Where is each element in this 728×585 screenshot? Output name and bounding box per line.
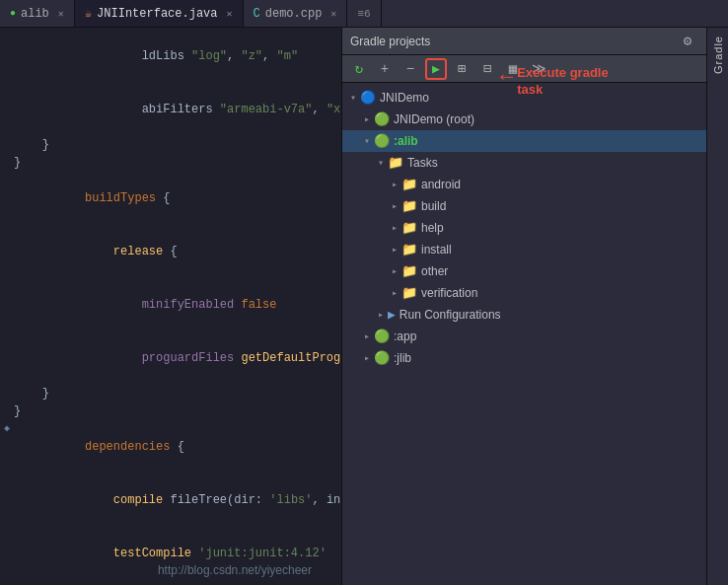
tab-jni-interface[interactable]: ☕ JNIInterface.java ✕	[75, 0, 244, 27]
tab-bar: ● alib ✕ ☕ JNIInterface.java ✕ C demo.cp…	[0, 0, 728, 28]
tree-item-app[interactable]: ▸ 🟢 :app	[342, 326, 706, 347]
tree-item-jnidemo-root[interactable]: ▸ 🟢 JNIDemo (root)	[342, 109, 706, 130]
gradle-sidebar: Gradle projects ⚙ ↻ + − ▶ ⊞ ⊟ ▦ ≫ ← Exec…	[341, 28, 706, 585]
gradle-vertical-label: Gradle	[712, 28, 724, 82]
tree-item-install[interactable]: ▸ 📁 install	[342, 239, 706, 260]
alib-module-icon: 🟢	[374, 133, 390, 149]
android-label: android	[421, 178, 461, 191]
tab-alib-label: alib	[21, 7, 49, 21]
code-line: }	[0, 154, 341, 172]
tree-view[interactable]: ▾ 🔵 JNIDemo ▸ 🟢 JNIDemo (root) ▾ 🟢 :alib…	[342, 83, 706, 585]
tab-demo-cpp[interactable]: C demo.cpp ✕	[244, 0, 348, 27]
tree-item-other[interactable]: ▸ 📁 other	[342, 260, 706, 282]
tab-alib-close[interactable]: ✕	[58, 8, 64, 20]
tab-jni-label: JNIInterface.java	[97, 7, 217, 21]
right-label-panel: Gradle	[706, 28, 728, 585]
line-marker: ◈	[0, 420, 14, 438]
run-configs-icon: ▶	[388, 307, 396, 323]
tab-demo-label: demo.cpp	[265, 7, 323, 21]
line-content: testCompile 'junit:junit:4.12'	[14, 527, 341, 580]
minus-btn[interactable]: −	[400, 58, 421, 80]
code-line: minifyEnabled false	[0, 278, 341, 331]
alib-icon: ●	[10, 8, 16, 19]
android-folder-icon: 📁	[401, 177, 417, 192]
tab-eq-label: ≡6	[357, 8, 370, 20]
tree-item-build[interactable]: ▸ 📁 build	[342, 195, 706, 217]
code-line: release {	[0, 225, 341, 278]
tasks-icon: 📁	[388, 155, 403, 171]
code-line: proguardFiles getDefaultProguardFil	[0, 331, 341, 385]
gradle-toolbar-row: ↻ + − ▶ ⊞ ⊟ ▦ ≫	[342, 55, 706, 83]
line-content: buildTypes {	[14, 172, 341, 225]
line-content: minifyEnabled false	[14, 278, 341, 331]
tree-arrow: ▸	[374, 309, 388, 321]
code-line: abiFilters "armeabi-v7a", "x86"	[0, 83, 341, 136]
tree-item-help[interactable]: ▸ 📁 help	[342, 217, 706, 239]
add-btn[interactable]: +	[374, 58, 396, 80]
app-module-icon: 🟢	[374, 329, 390, 344]
tree-arrow: ▸	[388, 222, 401, 234]
code-line: }	[0, 402, 341, 420]
refresh-btn[interactable]: ↻	[348, 58, 370, 80]
tree-arrow: ▸	[388, 265, 401, 277]
tree-arrow: ▾	[360, 135, 374, 147]
cpp-icon: C	[254, 7, 260, 21]
line-content: }	[14, 136, 341, 154]
line-content: }	[14, 385, 341, 402]
tab-jni-close[interactable]: ✕	[227, 8, 233, 20]
code-line: }	[0, 385, 341, 402]
tree-arrow: ▸	[360, 113, 374, 125]
tree-arrow: ▸	[360, 330, 374, 342]
line-content: release {	[14, 225, 341, 278]
code-line: }	[0, 136, 341, 154]
settings-btn[interactable]: ⚙	[677, 31, 698, 52]
install-label: install	[421, 243, 452, 256]
tree-arrow: ▾	[346, 92, 360, 104]
tab-alib[interactable]: ● alib ✕	[0, 0, 75, 27]
tree-item-alib[interactable]: ▾ 🟢 :alib	[342, 130, 706, 152]
tree-item-android[interactable]: ▸ 📁 android	[342, 174, 706, 195]
tab-demo-close[interactable]: ✕	[330, 8, 336, 20]
jnidemo-icon: 🔵	[360, 90, 376, 106]
line-content: }	[14, 154, 341, 172]
code-line: ◈ dependencies {	[0, 420, 341, 474]
code-line: buildTypes {	[0, 172, 341, 225]
collapse-all-btn[interactable]: ⊟	[476, 58, 498, 80]
verification-folder-icon: 📁	[401, 285, 417, 301]
line-content: dependencies {	[14, 420, 341, 474]
java-icon: ☕	[85, 6, 92, 21]
jlib-label: :jlib	[394, 351, 411, 365]
more-btn[interactable]: ≫	[528, 58, 549, 80]
execute-gradle-btn[interactable]: ▶	[425, 58, 447, 80]
tree-item-run-configs[interactable]: ▸ ▶ Run Configurations	[342, 304, 706, 326]
main-content: ldLibs "log", "z", "m" abiFilters "armea…	[0, 28, 728, 585]
tree-arrow: ▸	[388, 287, 401, 299]
other-label: other	[421, 264, 448, 278]
jnidemo-root-icon: 🟢	[374, 111, 390, 127]
app-label: :app	[394, 329, 416, 343]
code-area[interactable]: ldLibs "log", "z", "m" abiFilters "armea…	[0, 28, 341, 585]
expand-all-btn[interactable]: ⊞	[451, 58, 473, 80]
jnidemo-root-label: JNIDemo (root)	[394, 112, 474, 126]
build-label: build	[421, 199, 446, 213]
tree-arrow: ▸	[388, 244, 401, 256]
tree-item-jnidemo[interactable]: ▾ 🔵 JNIDemo	[342, 87, 706, 109]
line-content: abiFilters "armeabi-v7a", "x86"	[14, 83, 341, 136]
tree-item-tasks[interactable]: ▾ 📁 Tasks	[342, 152, 706, 174]
tab-eq[interactable]: ≡6	[347, 0, 381, 27]
editor-panel: ldLibs "log", "z", "m" abiFilters "armea…	[0, 28, 341, 585]
tree-item-jlib[interactable]: ▸ 🟢 :jlib	[342, 347, 706, 369]
line-content: compile fileTree(dir: 'libs', include: […	[14, 474, 341, 527]
code-line: compile fileTree(dir: 'libs', include: […	[0, 474, 341, 527]
line-content: ldLibs "log", "z", "m"	[14, 30, 341, 83]
tree-item-verification[interactable]: ▸ 📁 verification	[342, 282, 706, 304]
install-folder-icon: 📁	[401, 242, 417, 257]
line-content: compile 'com.android.support:appcompat-v…	[14, 580, 341, 585]
tasks-label: Tasks	[407, 156, 438, 170]
tree-arrow: ▸	[360, 352, 374, 364]
tree-arrow: ▸	[388, 200, 401, 212]
jlib-module-icon: 🟢	[374, 350, 390, 366]
group-btn[interactable]: ▦	[502, 58, 524, 80]
alib-label: :alib	[394, 134, 418, 148]
line-content: proguardFiles getDefaultProguardFil	[14, 331, 341, 385]
